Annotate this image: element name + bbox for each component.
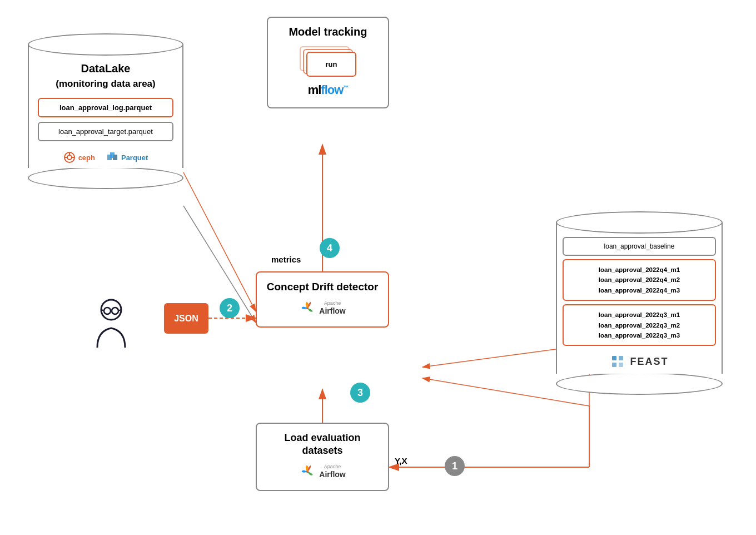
ceph-logo: ceph	[63, 151, 95, 164]
airflow-icon-concept	[299, 300, 316, 316]
load-eval-box: Load evaluation datasets Apache Airflow	[256, 423, 389, 491]
svg-point-23	[112, 308, 118, 314]
svg-rect-20	[110, 152, 115, 158]
datalake-logos: ceph Parquet	[29, 146, 182, 168]
yx-label: Y,X	[395, 456, 407, 465]
json-box: JSON	[164, 303, 208, 334]
featurestore-cylinder-top	[556, 211, 723, 234]
datalake-cylinder-bottom	[28, 167, 183, 189]
feast-icon	[610, 354, 625, 369]
ceph-icon	[63, 151, 76, 164]
parquet-label: Parquet	[121, 153, 148, 162]
featurestore-baseline: loan_approval_baseline	[563, 237, 716, 256]
svg-rect-32	[619, 363, 623, 367]
person-icon	[92, 298, 131, 350]
datalake-title: DataLake (monitoring data area)	[29, 61, 182, 90]
badge-4: 4	[320, 238, 340, 258]
parquet-logo: Parquet	[106, 151, 148, 164]
datalake-file2: loan_approval_target.parquet	[38, 122, 173, 141]
run-card-front: run	[306, 52, 356, 77]
datalake-file1: loan_approval_log.parquet	[38, 98, 173, 117]
diagram: DataLake (monitoring data area) loan_app…	[0, 0, 756, 535]
svg-point-22	[104, 308, 111, 314]
badge-1: 1	[445, 456, 465, 476]
person-svg	[92, 298, 131, 348]
featurestore-q4: loan_approval_2022q4_m1 loan_approval_20…	[563, 259, 716, 301]
ceph-label: ceph	[78, 153, 95, 162]
model-tracking-title: Model tracking	[277, 26, 379, 38]
feast-logo: FEAST	[557, 349, 722, 374]
datalake-cylinder-top	[28, 33, 183, 56]
datalake-cylinder-body: DataLake (monitoring data area) loan_app…	[28, 44, 183, 168]
concept-drift-box: Concept Drift detector Apache Airflow	[256, 271, 389, 328]
feast-label: FEAST	[630, 356, 668, 368]
svg-rect-31	[619, 356, 623, 360]
badge-2: 2	[220, 298, 240, 318]
svg-point-14	[67, 155, 72, 160]
airflow-icon-load	[299, 463, 316, 480]
load-eval-title: Load evaluation datasets	[266, 432, 379, 458]
featurestore-q3: loan_approval_2022q3_m1 loan_approval_20…	[563, 304, 716, 346]
json-label: JSON	[174, 314, 198, 324]
featurestore-cylinder-bottom	[556, 373, 723, 395]
svg-rect-29	[612, 356, 616, 360]
badge-3: 3	[350, 383, 370, 403]
svg-rect-30	[612, 363, 616, 367]
featurestore-cylinder-body: loan_approval_baseline loan_approval_202…	[556, 222, 723, 374]
concept-drift-airflow-label: Airflow	[319, 306, 345, 315]
parquet-icon	[106, 151, 118, 164]
featurestore-container: loan_approval_baseline loan_approval_202…	[556, 211, 723, 395]
run-stack: run	[297, 45, 359, 78]
datalake-container: DataLake (monitoring data area) loan_app…	[28, 33, 183, 189]
load-eval-airflow-logo: Apache Airflow	[266, 463, 379, 480]
mlflow-logo: mlflow™	[277, 83, 379, 97]
concept-drift-airflow-logo: Apache Airflow	[266, 300, 379, 316]
model-tracking-box: Model tracking run mlflow™	[267, 17, 389, 108]
metrics-label: metrics	[271, 255, 301, 264]
svg-line-3	[183, 172, 256, 311]
load-eval-airflow-label: Airflow	[319, 470, 345, 479]
concept-drift-title: Concept Drift detector	[266, 280, 379, 294]
